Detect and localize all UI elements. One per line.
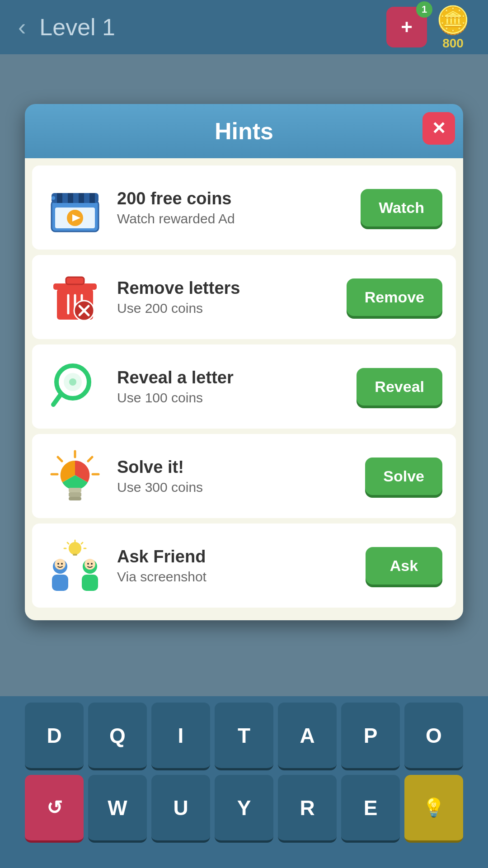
hint-row-watch: 200 free coins Watch rewarded Ad Watch xyxy=(32,165,456,250)
svg-rect-16 xyxy=(66,277,84,284)
reset-button[interactable]: ↺ xyxy=(25,775,84,843)
modal-title: Hints xyxy=(215,118,273,145)
svg-rect-8 xyxy=(79,193,84,203)
coins-icon: 🪙 xyxy=(436,4,470,36)
hints-modal: Hints ✕ xyxy=(25,104,463,620)
hint-text-reveal: Reveal a letter Use 100 coins xyxy=(117,368,344,406)
hint-key-button[interactable]: 💡 xyxy=(404,775,463,843)
svg-line-37 xyxy=(81,542,83,544)
back-button[interactable]: ‹ xyxy=(18,14,26,41)
svg-point-42 xyxy=(55,559,66,570)
key-D[interactable]: D xyxy=(25,703,84,770)
svg-rect-7 xyxy=(68,193,73,203)
key-T[interactable]: T xyxy=(215,703,273,770)
svg-point-10 xyxy=(52,196,55,200)
svg-point-46 xyxy=(57,563,59,565)
remove-button[interactable]: Remove xyxy=(347,278,442,316)
key-W[interactable]: W xyxy=(88,775,147,843)
hint-subtitle-reveal: Use 100 coins xyxy=(117,390,344,406)
hint-text-solve: Solve it! Use 300 coins xyxy=(117,458,352,495)
svg-line-36 xyxy=(67,542,69,544)
close-button[interactable]: ✕ xyxy=(422,112,455,145)
svg-rect-6 xyxy=(57,193,62,203)
hint-subtitle-ask: Via screenshot xyxy=(117,569,353,585)
coins-display: 🪙 800 xyxy=(436,4,470,51)
svg-rect-31 xyxy=(69,492,81,497)
hint-title-reveal: Reveal a letter xyxy=(117,368,344,387)
svg-point-33 xyxy=(69,542,81,555)
svg-point-48 xyxy=(87,563,89,565)
solve-button[interactable]: Solve xyxy=(365,458,442,495)
header: ‹ Level 1 + 1 🪙 800 xyxy=(0,0,488,54)
hint-row-solve: Solve it! Use 300 coins Solve xyxy=(32,434,456,518)
key-A[interactable]: A xyxy=(278,703,337,770)
key-I[interactable]: I xyxy=(151,703,210,770)
key-O[interactable]: O xyxy=(404,703,463,770)
key-R[interactable]: R xyxy=(278,775,337,843)
clapperboard-icon xyxy=(46,178,104,237)
hint-text-ask: Ask Friend Via screenshot xyxy=(117,547,353,585)
modal-header: Hints ✕ xyxy=(25,104,463,158)
hint-subtitle-watch: Watch rewarded Ad xyxy=(117,211,348,226)
hint-title-solve: Solve it! xyxy=(117,458,352,477)
hint-title-watch: 200 free coins xyxy=(117,189,348,208)
keyboard-area: D Q I T A P O ↺ W U Y R E 💡 xyxy=(0,696,488,868)
key-Q[interactable]: Q xyxy=(88,703,147,770)
hint-title-ask: Ask Friend xyxy=(117,547,353,566)
svg-line-21 xyxy=(53,395,61,405)
hint-subtitle-remove: Use 200 coins xyxy=(117,301,334,316)
friends-icon xyxy=(46,536,104,595)
svg-point-45 xyxy=(84,559,95,570)
svg-point-23 xyxy=(69,378,76,386)
hint-row-ask: Ask Friend Via screenshot Ask xyxy=(32,524,456,608)
magnify-icon xyxy=(46,357,104,416)
svg-rect-9 xyxy=(89,193,95,203)
key-U[interactable]: U xyxy=(151,775,210,843)
keyboard-row-1: D Q I T A P O xyxy=(6,703,482,770)
watch-button[interactable]: Watch xyxy=(361,189,442,226)
svg-line-26 xyxy=(88,457,92,461)
hint-subtitle-solve: Use 300 coins xyxy=(117,480,352,495)
badge-count: 1 xyxy=(416,1,432,18)
hint-text-watch: 200 free coins Watch rewarded Ad xyxy=(117,189,348,226)
plus-icon: + xyxy=(401,17,413,37)
reveal-button[interactable]: Reveal xyxy=(357,368,442,406)
trash-icon xyxy=(46,268,104,326)
hint-row-reveal: Reveal a letter Use 100 coins Reveal xyxy=(32,344,456,429)
hint-title-remove: Remove letters xyxy=(117,278,334,298)
svg-line-25 xyxy=(58,457,62,461)
svg-point-49 xyxy=(91,563,93,565)
key-Y[interactable]: Y xyxy=(215,775,273,843)
key-P[interactable]: P xyxy=(341,703,400,770)
bulb-icon xyxy=(46,447,104,505)
level-title: Level 1 xyxy=(39,14,115,41)
svg-point-47 xyxy=(61,563,63,565)
keyboard-row-2: ↺ W U Y R E 💡 xyxy=(6,775,482,843)
svg-rect-44 xyxy=(82,575,98,591)
close-icon: ✕ xyxy=(432,120,446,137)
ask-button[interactable]: Ask xyxy=(366,547,442,585)
svg-rect-41 xyxy=(52,575,68,591)
modal-body: 200 free coins Watch rewarded Ad Watch xyxy=(25,158,463,620)
svg-rect-32 xyxy=(69,497,81,500)
svg-rect-30 xyxy=(69,488,81,492)
hint-text-remove: Remove letters Use 200 coins xyxy=(117,278,334,316)
hint-row-remove: Remove letters Use 200 coins Remove xyxy=(32,255,456,339)
key-E[interactable]: E xyxy=(341,775,400,843)
plus-badge-button[interactable]: + 1 xyxy=(386,7,427,47)
svg-rect-34 xyxy=(73,554,77,556)
header-right: + 1 🪙 800 xyxy=(386,4,470,51)
coins-amount: 800 xyxy=(442,36,464,51)
